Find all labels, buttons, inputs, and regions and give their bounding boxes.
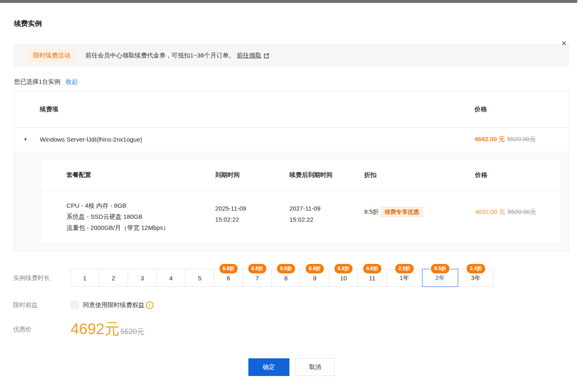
detail-price-cell: 4692.00 元5520.00元 xyxy=(475,200,560,233)
detail-discounted-price: 4692.00 元 xyxy=(475,208,505,215)
duration-options: 1 2 3 4 5 8.8折6 8.8折7 8.8折8 8.8折9 8.8折10… xyxy=(71,269,494,287)
config-traffic: 流量包 - 2000GB/月（带宽 12Mbps） xyxy=(67,222,215,233)
row-expander-icon[interactable]: ▼ xyxy=(23,137,28,142)
selection-line: 您已选择1台实例 收起 xyxy=(14,78,569,86)
detail-table: 套餐配置 到期时间 续费后到期时间 折扣 价格 CPU - 4核 内存 - 8G… xyxy=(40,159,561,244)
discount-badge: 8.8折 xyxy=(363,264,381,273)
expire-date: 2025-11-09 xyxy=(215,203,289,214)
config-cpu-memory: CPU - 4核 内存 - 8GB xyxy=(67,200,215,211)
discount-badge: 8.8折 xyxy=(305,264,324,273)
table-header-row: 续费项 价格 xyxy=(14,92,569,128)
warning-icon[interactable]: ! xyxy=(146,301,154,309)
duration-option-10[interactable]: 8.8折10 xyxy=(329,269,358,287)
column-header-detail-price: 价格 xyxy=(475,171,560,179)
discount-badge: 8.8折 xyxy=(219,264,238,273)
renewed-date: 2027-11-09 xyxy=(289,203,364,214)
promo-badge: 限时续费活动 xyxy=(28,49,75,62)
renewed-time-cell: 2027-11-09 15:02:22 xyxy=(289,200,364,233)
rights-section: 限时权益 同意使用限时续费权益 ! xyxy=(13,301,569,309)
instance-name: Windows Server-lJdI(lhins-2nx1ogue) xyxy=(40,136,142,143)
discount-badge: 2.4折 xyxy=(467,264,485,273)
agree-checkbox-label[interactable]: 同意使用限时续费权益 xyxy=(83,301,145,309)
duration-section: 实例续费时长 1 2 3 4 5 8.8折6 8.8折7 8.8折8 8.8折9… xyxy=(13,269,569,287)
renew-instance-dialog: 续费实例 × 限时续费活动 前往会员中心领取续费代金券，可抵扣1~36个月订单。… xyxy=(0,19,583,376)
instance-detail-panel: 套餐配置 到期时间 续费后到期时间 折扣 价格 CPU - 4核 内存 - 8G… xyxy=(14,151,569,251)
discounted-price: 4692.00 元 xyxy=(475,135,505,142)
renew-exclusive-tag: 续费专享优惠 xyxy=(381,207,423,217)
price-summary-section: 优惠价 4692元5520元 xyxy=(13,319,569,339)
duration-option-7[interactable]: 8.8折7 xyxy=(243,269,272,287)
collapse-link[interactable]: 收起 xyxy=(66,78,78,85)
config-disk: 系统盘 - SSD云硬盘 180GB xyxy=(67,211,215,222)
summary-discounted-price: 4692元 xyxy=(71,321,119,337)
duration-option-2[interactable]: 2 xyxy=(99,269,128,287)
column-header-price: 价格 xyxy=(475,105,487,113)
promo-banner: 限时续费活动 前往会员中心领取续费代金券，可抵扣1~36个月订单。 前往领取 xyxy=(14,44,569,67)
page-title: 续费实例 xyxy=(14,19,569,28)
agree-checkbox[interactable] xyxy=(71,301,79,309)
renew-items-table: 续费项 价格 ▼ Windows Server-lJdI(lhins-2nx1o… xyxy=(14,91,569,252)
browser-top-bar xyxy=(0,0,577,3)
promo-text: 前往会员中心领取续费代金券，可抵扣1~36个月订单。 xyxy=(85,52,235,60)
discount-badge: 8.8折 xyxy=(334,264,353,273)
original-price: 5520.00元 xyxy=(507,135,535,142)
duration-option-4[interactable]: 4 xyxy=(156,269,186,287)
instance-price: 4692.00 元5520.00元 xyxy=(475,135,536,143)
selection-count: 您已选择1台实例 xyxy=(14,78,60,85)
duration-option-6[interactable]: 8.8折6 xyxy=(214,269,243,287)
duration-option-9[interactable]: 8.8折9 xyxy=(300,269,329,287)
discount-badge: 2.8折 xyxy=(395,264,414,273)
column-header-config: 套餐配置 xyxy=(40,171,215,179)
discount-badge: 8.5折 xyxy=(431,264,450,273)
instance-row: ▼ Windows Server-lJdI(lhins-2nx1ogue) 46… xyxy=(14,128,569,151)
detail-header-row: 套餐配置 到期时间 续费后到期时间 折扣 价格 xyxy=(40,160,560,191)
summary-price-label: 优惠价 xyxy=(13,326,71,333)
summary-original-price: 5520元 xyxy=(120,328,144,336)
external-link-icon[interactable] xyxy=(264,53,269,60)
discount-value: 8.5折 xyxy=(364,208,379,215)
column-header-expire: 到期时间 xyxy=(215,171,289,179)
duration-label: 实例续费时长 xyxy=(13,269,71,287)
expire-time-cell: 2025-11-09 15:02:22 xyxy=(215,200,289,233)
duration-option-3year[interactable]: 2.4折3年 xyxy=(458,269,494,287)
duration-option-11[interactable]: 8.8折11 xyxy=(358,269,387,287)
duration-option-3[interactable]: 3 xyxy=(128,269,157,287)
renewed-time: 15:02:22 xyxy=(289,214,364,225)
duration-option-1year[interactable]: 2.8折1年 xyxy=(386,269,422,287)
dialog-footer: 确定 取消 xyxy=(14,358,569,376)
rights-label: 限时权益 xyxy=(13,301,71,309)
column-header-discount: 折扣 xyxy=(364,171,475,179)
config-cell: CPU - 4核 内存 - 8GB 系统盘 - SSD云硬盘 180GB 流量包… xyxy=(40,200,215,233)
cancel-button[interactable]: 取消 xyxy=(296,358,335,376)
detail-original-price: 5520.00元 xyxy=(507,208,536,215)
column-header-item: 续费项 xyxy=(40,105,58,113)
discount-badge: 8.8折 xyxy=(277,264,295,273)
detail-data-row: CPU - 4核 内存 - 8GB 系统盘 - SSD云硬盘 180GB 流量包… xyxy=(40,191,560,244)
duration-option-1[interactable]: 1 xyxy=(70,269,99,287)
discount-badge: 8.8折 xyxy=(248,264,266,273)
close-icon[interactable]: × xyxy=(562,39,567,47)
duration-option-2year-selected[interactable]: 8.5折2年 xyxy=(422,269,458,287)
discount-cell: 8.5折续费专享优惠 xyxy=(364,200,475,233)
column-header-after-renew: 续费后到期时间 xyxy=(289,171,364,179)
duration-option-8[interactable]: 8.8折8 xyxy=(271,269,301,287)
duration-option-5[interactable]: 5 xyxy=(185,269,214,287)
expire-time: 15:02:22 xyxy=(215,214,289,225)
confirm-button[interactable]: 确定 xyxy=(248,358,289,376)
claim-coupon-link[interactable]: 前往领取 xyxy=(237,52,262,60)
